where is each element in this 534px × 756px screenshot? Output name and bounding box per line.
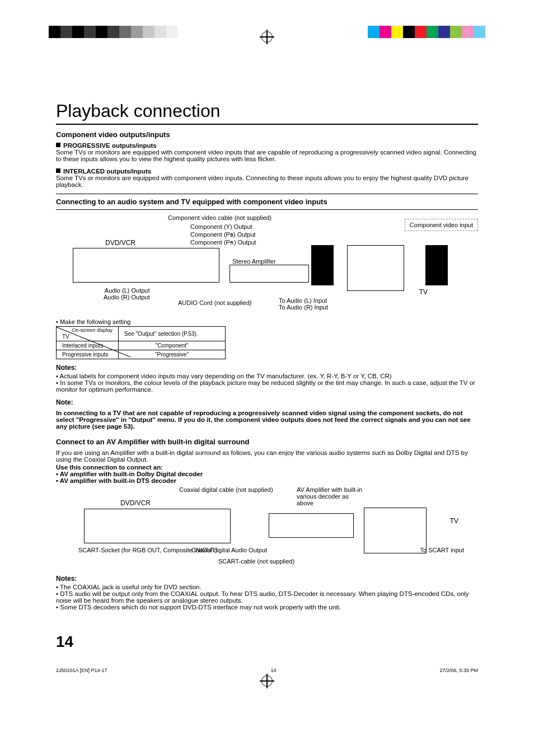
- dvdvcr-box: [73, 248, 219, 283]
- bullet-square-icon: [56, 168, 60, 173]
- interlaced-body: Some TVs or monitors are equipped with c…: [56, 175, 469, 188]
- section-heading-connecting: Connecting to an audio system and TV equ…: [56, 194, 478, 210]
- dvdvcr-box-2: [84, 509, 231, 543]
- bullet-square-icon: [56, 143, 60, 147]
- section-heading-component: Component video outputs/inputs: [56, 130, 478, 139]
- interlaced-block: INTERLACED outputs/inputs Some TVs or mo…: [56, 168, 478, 188]
- avamp-box: [269, 513, 354, 538]
- speaker-right: [425, 245, 448, 285]
- amp-box: [229, 265, 309, 283]
- registration-mark-icon: [261, 31, 273, 43]
- printers-marks-top: [0, 0, 534, 34]
- av-intro: If you are using an Amplifier with a bui…: [56, 449, 478, 463]
- note-bold: Note: In connecting to a TV that are not…: [56, 398, 478, 430]
- speaker-left: [311, 245, 334, 285]
- progressive-block: PROGRESSIVE outputs/inputs Some TVs or m…: [56, 142, 478, 162]
- footer-meta: 2J50101A [EN] P14-17 14 27/2/06, 5:39 PM: [0, 651, 534, 673]
- tv-box-2: [364, 508, 427, 553]
- page-number: 14: [56, 633, 478, 651]
- make-setting-bullet: • Make the following setting: [56, 318, 478, 325]
- page-title: Playback connection: [56, 101, 478, 125]
- section-heading-av: Connect to an AV Amplifier with built-in…: [56, 438, 478, 446]
- progressive-body: Some TVs or monitors are equipped with c…: [56, 149, 476, 162]
- diagram-component-connection: Component video cable (not supplied) Com…: [56, 214, 478, 315]
- tv-box: [347, 245, 404, 291]
- page-content: Playback connection Component video outp…: [0, 34, 534, 651]
- cmyk-bars-right: [368, 26, 485, 38]
- notes-block-1: Notes: Actual labels for component video…: [56, 364, 478, 393]
- printers-marks-bottom: [0, 675, 534, 689]
- diagram-av-connection: Coaxial digital cable (not supplied) DVD…: [56, 486, 478, 570]
- notes-block-2: Notes: The COAXIAL jack is useful only f…: [56, 575, 478, 611]
- registration-mark-icon: [261, 675, 273, 687]
- cmyk-bars-left: [49, 26, 178, 38]
- settings-table: On-screen display TV See "Output" select…: [56, 326, 226, 359]
